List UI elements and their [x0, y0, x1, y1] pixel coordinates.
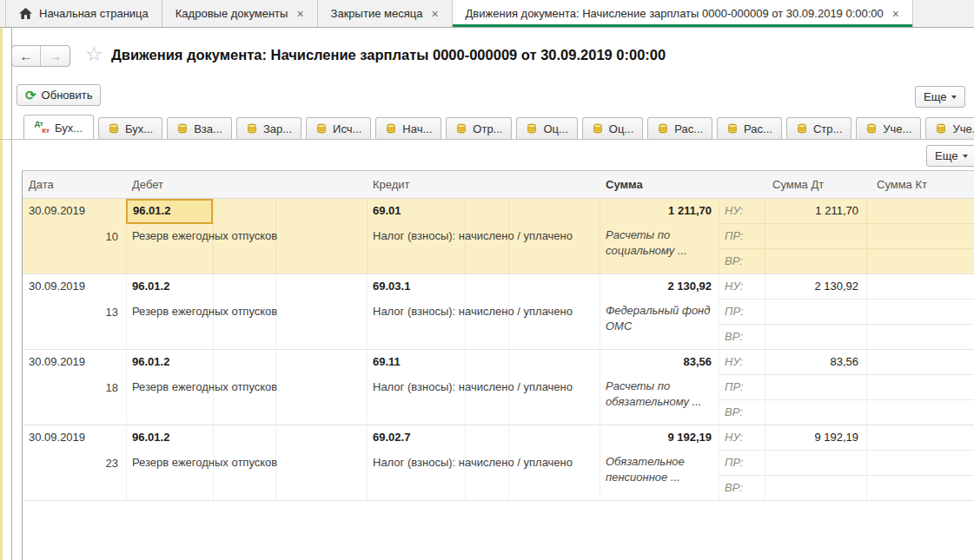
cell-amount-dt[interactable] [765, 325, 866, 350]
cell-credit-account[interactable]: 69.03.1 [367, 274, 465, 300]
cell-amount-dt[interactable] [765, 224, 866, 248]
cell-amount-kt[interactable] [866, 325, 974, 350]
close-icon[interactable]: × [892, 7, 899, 21]
register-tab[interactable]: ДтКт Отр... [446, 117, 512, 139]
cell-debit-account[interactable]: 96.01.2 [126, 274, 213, 300]
cell-amount-dt[interactable] [765, 249, 866, 274]
cell-amount-kt[interactable] [866, 224, 974, 248]
register-tab[interactable]: ДтКт Оц... [582, 117, 643, 139]
register-tab-label: Исч... [333, 122, 361, 135]
forward-button[interactable]: → [41, 46, 70, 66]
cell-credit-account[interactable]: 69.02.7 [367, 425, 465, 451]
cell-amount-kt[interactable] [866, 476, 974, 501]
register-tab-label: Отр... [473, 122, 502, 135]
favorite-star-icon[interactable]: ☆ [85, 44, 103, 64]
coins-icon [657, 122, 669, 135]
cell-amount[interactable]: 1 211,70 [600, 199, 719, 224]
credit-description: Налог (взносы): начислено / уплачено [373, 380, 597, 393]
cell-debit-account[interactable]: 96.01.2 [126, 199, 213, 224]
register-tab[interactable]: ДтКт Вза... [167, 117, 232, 139]
tab-label: Кадровые документы [176, 7, 288, 20]
cell-amount-kt[interactable] [866, 199, 974, 223]
col-header-amount-dt[interactable]: Сумма Дт [772, 178, 824, 191]
amount-description: Расчеты по социальному ... [606, 227, 713, 259]
register-tab[interactable]: ДтКт Исч... [306, 117, 371, 139]
credit-description: Налог (взносы): начислено / уплачено [373, 229, 597, 242]
cell-credit-account[interactable]: 69.11 [367, 350, 465, 375]
cell-credit-account[interactable]: 69.01 [367, 199, 465, 224]
cell-amount-dt[interactable]: 83,56 [765, 350, 866, 374]
table-row[interactable]: 30.09.2019 96.01.2 69.02.7 9 192,19 23 Р… [23, 425, 974, 501]
more-button-table[interactable]: Еще [926, 145, 974, 167]
register-tab[interactable]: ДтКт Уче... [925, 117, 974, 139]
row-number: 18 [23, 381, 118, 394]
close-icon[interactable]: × [296, 7, 303, 21]
table-row[interactable]: 30.09.2019 96.01.2 69.01 1 211,70 10 Рез… [23, 199, 974, 274]
cell-debit-account[interactable]: 96.01.2 [126, 425, 213, 451]
register-tab[interactable]: ДтКт Уче... [856, 117, 921, 139]
tax-label-vr: ВР: [719, 249, 765, 274]
table-row[interactable]: 30.09.2019 96.01.2 69.03.1 2 130,92 13 Р… [23, 274, 974, 350]
register-tab[interactable]: ДтКт Рас... [717, 117, 782, 139]
register-tab[interactable]: ДтКт Рас... [647, 117, 712, 139]
back-button[interactable]: ← [12, 46, 41, 66]
tab-zakrytie-mesyaca[interactable]: Закрытие месяца × [318, 0, 453, 27]
debit-description: Резерв ежегодных отпусков [132, 305, 360, 318]
cell-amount-kt[interactable] [866, 425, 974, 450]
cell-amount-kt[interactable] [866, 400, 974, 425]
cell-amount-kt[interactable] [866, 300, 974, 324]
debit-description: Резерв ежегодных отпусков [132, 229, 360, 242]
chevron-down-icon [963, 155, 968, 158]
tab-dvizheniya-dokumenta[interactable]: Движения документа: Начисление зарплаты … [453, 0, 913, 27]
register-tab[interactable]: ДтКт Нач... [375, 117, 441, 139]
more-button-top[interactable]: Еще [915, 86, 965, 108]
table-row[interactable]: 30.09.2019 96.01.2 69.11 83,56 18 Резерв… [23, 350, 974, 425]
cell-amount-kt[interactable] [866, 249, 974, 274]
tax-label-nu: НУ: [719, 425, 765, 450]
register-tab[interactable]: ДтКт Оц... [516, 117, 577, 139]
cell-amount-dt[interactable] [765, 451, 866, 475]
cell-date[interactable]: 30.09.2019 [23, 274, 126, 300]
cell-amount-dt[interactable] [765, 476, 866, 501]
register-tab[interactable]: ДтКт Стр... [786, 117, 851, 139]
cell-date[interactable]: 30.09.2019 [23, 199, 126, 224]
close-icon[interactable]: × [431, 7, 438, 21]
cell-amount-kt[interactable] [866, 451, 974, 475]
cell-debit-account[interactable]: 96.01.2 [126, 350, 213, 375]
col-header-debit[interactable]: Дебет [132, 178, 163, 191]
cell-amount-dt[interactable] [765, 375, 866, 399]
register-tab-label: Уче... [883, 122, 911, 135]
tab-kadrovye-dokumenty[interactable]: Кадровые документы × [162, 0, 318, 27]
col-header-credit[interactable]: Кредит [373, 178, 410, 191]
tab-home[interactable]: Начальная страница [5, 0, 162, 27]
coins-icon [315, 122, 328, 135]
register-tab[interactable]: ДтКт Бух... [98, 117, 162, 139]
cell-amount-kt[interactable] [866, 274, 974, 299]
register-tab-label: Стр... [813, 122, 842, 135]
cell-amount-dt[interactable]: 1 211,70 [765, 199, 866, 223]
cell-amount-kt[interactable] [866, 375, 974, 399]
register-tab[interactable]: ДтКт Бух... [23, 115, 94, 140]
register-tab-label: Бух... [55, 122, 83, 135]
col-header-date[interactable]: Дата [29, 178, 54, 191]
table-header: Дата Дебет Кредит Сумма Сумма Дт Сумма К… [23, 171, 974, 199]
cell-amount-kt[interactable] [866, 350, 974, 374]
cell-amount[interactable]: 2 130,92 [600, 274, 719, 300]
cell-date[interactable]: 30.09.2019 [23, 350, 126, 375]
coins-icon [796, 122, 808, 135]
col-header-amount[interactable]: Сумма [606, 178, 643, 191]
register-tab-label: Вза... [194, 122, 222, 135]
cell-date[interactable]: 30.09.2019 [23, 425, 126, 451]
tax-accounting-grid: НУ: 9 192,19 ПР: ВР: [719, 425, 974, 501]
cell-amount-dt[interactable] [765, 300, 866, 324]
col-header-amount-kt[interactable]: Сумма Кт [877, 178, 927, 191]
dt-kt-icon: ДтКт [35, 121, 50, 135]
cell-amount-dt[interactable]: 9 192,19 [765, 425, 866, 450]
cell-amount-dt[interactable] [765, 400, 866, 425]
cell-amount-dt[interactable]: 2 130,92 [765, 274, 866, 299]
register-tab[interactable]: ДтКт Зар... [236, 117, 301, 139]
chevron-down-icon [951, 96, 957, 99]
refresh-button[interactable]: ⟳ Обновить [17, 84, 101, 106]
cell-amount[interactable]: 9 192,19 [600, 425, 719, 451]
cell-amount[interactable]: 83,56 [600, 350, 719, 375]
